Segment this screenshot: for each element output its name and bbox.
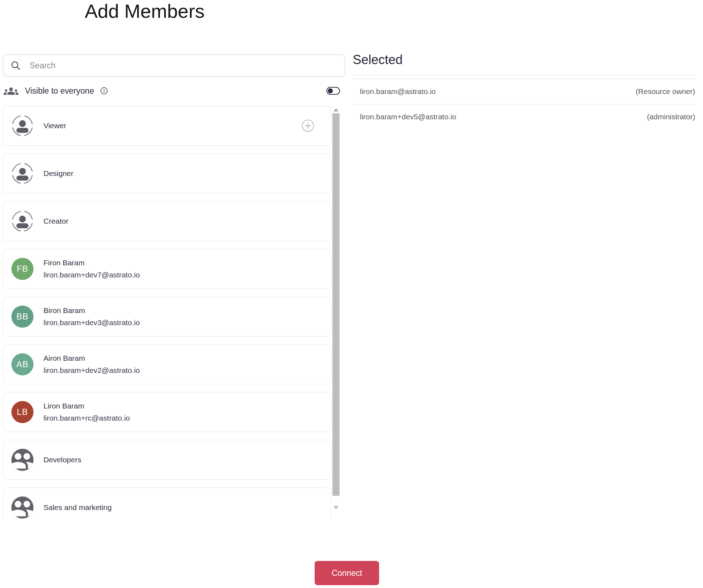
list-item-group[interactable]: Sales and marketing [3,488,331,519]
page-title: Add Members [85,0,205,22]
add-member-button[interactable] [301,119,314,132]
list-item-role[interactable]: Creator [3,201,331,241]
search-icon [10,60,21,71]
user-text: Airon Baram liron.baram+dev2@astrato.io [43,354,140,375]
list-item-role[interactable]: Designer [3,153,331,193]
scrollbar [332,106,340,519]
user-email: liron.baram+dev2@astrato.io [43,366,140,375]
search-input[interactable] [29,61,337,71]
list-item-user[interactable]: LB Liron Baram liron.baram+rc@astrato.io [3,392,331,432]
list-item-user[interactable]: FB Firon Baram liron.baram+dev7@astrato.… [3,249,331,289]
person-dashed-icon [11,162,33,184]
visibility-toggle[interactable] [326,87,340,95]
user-email: liron.baram+rc@astrato.io [43,414,130,422]
person-dashed-icon [11,115,33,137]
avatar: LB [11,401,33,423]
visibility-row: Visible to everyone [3,83,345,99]
group-label: Sales and marketing [43,503,112,512]
group-label: Developers [43,456,81,464]
selected-email: liron.baram+dev5@astrato.io [360,113,456,121]
list-item-user[interactable]: AB Airon Baram liron.baram+dev2@astrato.… [3,344,331,384]
info-icon[interactable] [100,87,108,95]
avatar: AB [11,353,33,375]
groups-icon [4,86,19,95]
selected-email: liron.baram@astrato.io [360,87,436,96]
selected-row: liron.baram+dev5@astrato.io (administrat… [353,104,695,129]
list-item-group[interactable]: Developers [3,440,331,480]
avatar: FB [11,258,33,280]
selected-heading: Selected [353,52,695,76]
list-item-user[interactable]: BB Biron Baram liron.baram+dev3@astrato.… [3,297,331,337]
toggle-knob [328,88,333,93]
selected-rows: liron.baram@astrato.io (Resource owner) … [353,79,695,129]
selected-role: (administrator) [647,113,695,121]
user-name: Liron Baram [43,402,130,410]
user-name: Biron Baram [43,306,140,315]
user-name: Firon Baram [43,259,140,267]
group-icon [11,496,33,519]
plus-circle-icon [301,119,314,132]
user-text: Biron Baram liron.baram+dev3@astrato.io [43,306,140,327]
search-box[interactable] [3,54,345,77]
group-icon [11,449,33,471]
visibility-label: Visible to everyone [25,86,94,96]
user-email: liron.baram+dev7@astrato.io [43,271,140,279]
scrollbar-thumb[interactable] [332,113,340,496]
user-text: Liron Baram liron.baram+rc@astrato.io [43,402,130,422]
user-email: liron.baram+dev3@astrato.io [43,318,140,327]
list-item-role[interactable]: Viewer [3,106,331,146]
scrollbar-down-arrow-icon[interactable] [334,506,338,509]
person-dashed-icon [11,210,33,232]
selected-role: (Resource owner) [636,87,695,96]
member-cards: Viewer Designer Creator FB [3,106,331,519]
selected-row: liron.baram@astrato.io (Resource owner) [353,79,695,104]
role-label: Viewer [43,121,66,130]
user-name: Airon Baram [43,354,140,363]
role-label: Creator [43,217,68,225]
member-list: Viewer Designer Creator FB [3,106,340,519]
connect-button[interactable]: Connect [315,561,379,585]
user-text: Firon Baram liron.baram+dev7@astrato.io [43,259,140,279]
selected-panel: Selected liron.baram@astrato.io (Resourc… [353,52,695,129]
role-label: Designer [43,169,73,178]
scrollbar-up-arrow-icon[interactable] [334,108,338,111]
avatar: BB [11,306,33,328]
